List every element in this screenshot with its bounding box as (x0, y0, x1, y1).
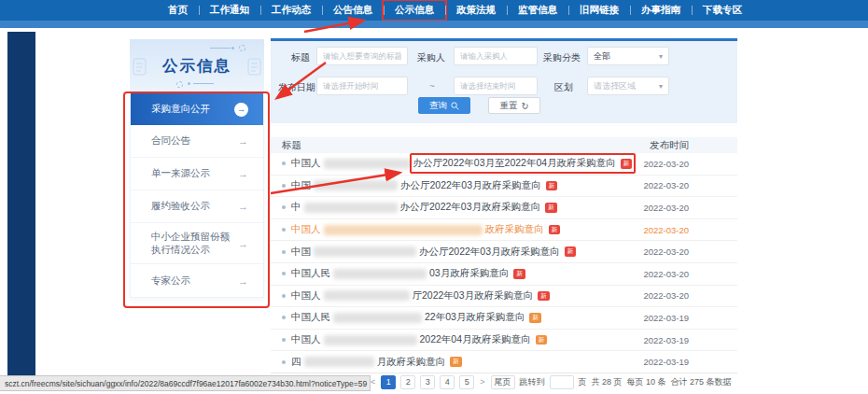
row-title[interactable]: 厅2022年03月政府采购意向 (413, 289, 534, 303)
decor-dot (188, 82, 190, 85)
row-title[interactable]: 办公厅2022年03月政府采购意向 (419, 246, 560, 259)
bullet-icon (282, 205, 286, 209)
row-title[interactable]: 办公厅2022年03月政府采购意向 (400, 201, 541, 214)
table-row: 中国人民 22年03月政府采购意向 新 2022-03-19 (271, 307, 737, 330)
row-title[interactable]: 中国 (291, 246, 311, 259)
bullet-icon (282, 162, 286, 165)
prev-page-arrow[interactable]: < (370, 377, 376, 387)
table-row: 中 办公厅2022年03月政府采购意向 新 2022-03-20 (271, 197, 737, 219)
date-label: 发布日期 (278, 81, 315, 94)
title-input[interactable] (316, 47, 408, 65)
sidebar-item-sme-quota[interactable]: 中小企业预留份额执行情况公示 → (131, 223, 263, 264)
new-badge: 新 (529, 313, 541, 323)
sidebar-item-acceptance[interactable]: 履约验收公示 → (131, 190, 263, 223)
jump-page-input[interactable] (550, 375, 574, 389)
redacted-text (324, 290, 410, 301)
redacted-text (314, 180, 398, 190)
nav-item-supervision[interactable]: 监管信息 (507, 0, 568, 21)
publish-date: 2022-03-19 (643, 357, 689, 367)
date-end-input[interactable] (454, 77, 538, 95)
row-title[interactable]: 政府采购意向 (485, 223, 544, 236)
sidebar-item-experts[interactable]: 专家公示 → (131, 264, 263, 297)
table-row: 中国人 厅2022年03月政府采购意向 新 2022-03-20 (271, 286, 737, 308)
page: 首页 工作通知 工作动态 公告信息 公示信息 政策法规 监管信息 旧网链接 办事… (0, 0, 868, 394)
redacted-text (324, 225, 483, 235)
bullet-icon (282, 272, 286, 275)
row-title[interactable]: 月政府采购意向 (377, 356, 446, 369)
publish-date: 2022-03-20 (643, 246, 689, 257)
nav-item-downloads[interactable]: 下载专区 (692, 0, 753, 21)
title-label: 标题 (291, 51, 310, 64)
result-list: 中国人 办公厅2022年03月至2022年04月政府采购意向 新 2022-03… (271, 153, 737, 373)
row-title[interactable]: 中国人民 (291, 311, 330, 324)
row-title[interactable]: 办公厅2022年03月至2022年04月政府采购意向 (413, 157, 616, 170)
row-title[interactable]: 中国 (291, 179, 311, 192)
nav-item-home[interactable]: 首页 (157, 0, 199, 21)
row-title[interactable]: 2022年04月政府采购意向 (420, 333, 531, 346)
redacted-text (324, 335, 417, 345)
query-button[interactable]: 查询 (418, 97, 470, 114)
nav-item-policies[interactable]: 政策法规 (445, 0, 507, 21)
sidebar-header: 公示信息 (130, 39, 264, 92)
new-badge: 新 (513, 269, 525, 279)
publish-date: 2022-03-19 (643, 313, 689, 323)
sidebar-item-contract-announcement[interactable]: 合同公告 → (131, 125, 263, 158)
next-page-arrow[interactable]: > (479, 377, 485, 387)
publish-date: 2022-03-20 (643, 203, 689, 213)
decor-gear-icon (239, 45, 245, 51)
nav-item-old-site[interactable]: 旧网链接 (568, 0, 630, 21)
arrow-right-icon: → (238, 238, 248, 249)
table-header: 标题 发布时间 (271, 137, 737, 153)
nav-menu: 首页 工作通知 工作动态 公告信息 公示信息 政策法规 监管信息 旧网链接 办事… (0, 0, 868, 21)
new-badge: 新 (565, 246, 577, 257)
new-badge: 新 (621, 159, 633, 169)
refresh-icon: ↻ (522, 101, 529, 111)
chevron-down-icon: ▾ (659, 52, 663, 61)
reset-button[interactable]: 重置 ↻ (488, 97, 540, 114)
arrow-right-icon: → (238, 275, 248, 287)
category-select[interactable]: 全部 ▾ (587, 47, 669, 65)
date-start-input[interactable] (316, 77, 408, 95)
row-title[interactable]: 中国人民 (291, 267, 330, 280)
sidebar-item-procurement-intent[interactable]: 采购意向公开 → (131, 93, 263, 125)
nav-item-guide[interactable]: 办事指南 (630, 0, 692, 21)
page-4[interactable]: 4 (440, 375, 455, 389)
row-title[interactable]: 22年03月政府采购意向 (425, 311, 525, 324)
page-size: 每页 10 条 (627, 376, 666, 388)
region-select[interactable]: 请选择区域 ▾ (587, 77, 669, 95)
nav-item-public-info[interactable]: 公示信息 (384, 0, 445, 21)
publish-date: 2022-03-20 (643, 180, 689, 190)
row-title[interactable]: 中国人 (291, 223, 321, 236)
page-1[interactable]: 1 (381, 375, 396, 389)
page-2[interactable]: 2 (400, 375, 415, 389)
table-row: 中国人 办公厅2022年03月至2022年04月政府采购意向 新 2022-03… (271, 153, 737, 176)
table-row: 中国人 2022年04月政府采购意向 新 2022-03-19 (271, 330, 737, 352)
nav-item-notices[interactable]: 工作通知 (199, 0, 260, 21)
redacted-text (314, 246, 416, 257)
new-badge: 新 (450, 357, 462, 367)
region-placeholder: 请选择区域 (594, 80, 659, 92)
row-title[interactable]: 中国人 (291, 157, 321, 170)
row-title[interactable]: 中国人 (291, 289, 321, 303)
purchaser-input[interactable] (454, 47, 538, 65)
row-title[interactable]: 办公厅2022年03月政府采购意向 (400, 179, 541, 192)
row-title[interactable]: 四 (291, 356, 301, 369)
new-badge: 新 (538, 291, 550, 302)
table-row: 四 月政府采购意向 新 2022-03-19 (271, 351, 737, 373)
last-page-button[interactable]: 尾页 (491, 375, 515, 389)
row-title[interactable]: 中 (291, 201, 301, 214)
page-5[interactable]: 5 (459, 375, 474, 389)
sidebar-item-single-source[interactable]: 单一来源公示 → (131, 158, 263, 190)
table-row: 中国 办公厅2022年03月政府采购意向 新 2022-03-20 (271, 241, 737, 263)
new-badge: 新 (536, 335, 548, 345)
row-title[interactable]: 03月政府采购意向 (429, 267, 509, 280)
page-3[interactable]: 3 (420, 375, 435, 389)
decor-gear-icon (176, 81, 183, 88)
pagination: < 1 2 3 4 5 > 尾页 跳转到 页 共 28 页 每页 10 条 合计… (370, 373, 732, 390)
nav-item-trends[interactable]: 工作动态 (260, 0, 322, 21)
row-title[interactable]: 中国人 (291, 333, 321, 346)
top-navbar: 首页 工作通知 工作动态 公告信息 公示信息 政策法规 监管信息 旧网链接 办事… (0, 0, 868, 21)
publish-date: 2022-03-20 (643, 225, 689, 235)
arrow-right-circle-icon: → (234, 103, 248, 117)
nav-item-announcements[interactable]: 公告信息 (322, 0, 384, 21)
